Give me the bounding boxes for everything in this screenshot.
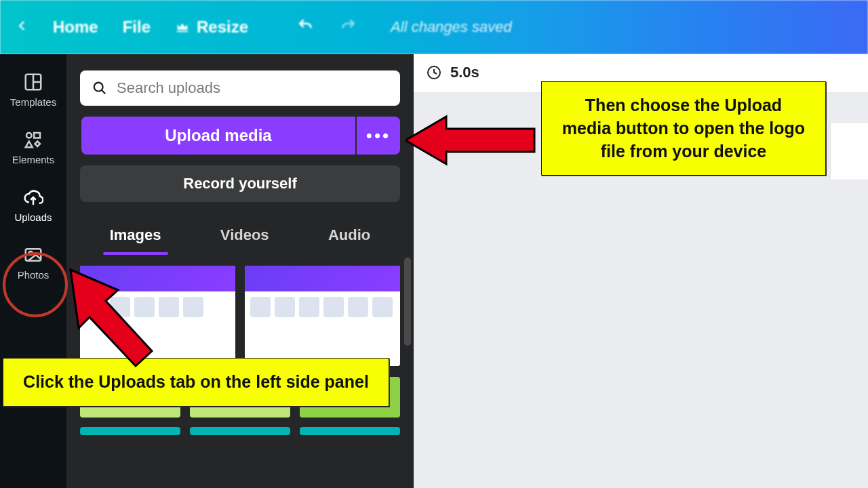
templates-icon bbox=[23, 72, 43, 92]
svg-point-8 bbox=[94, 83, 103, 92]
canvas-page-peek[interactable] bbox=[830, 122, 868, 180]
top-nav: Home File Resize bbox=[16, 18, 248, 37]
svg-point-3 bbox=[26, 133, 32, 138]
uploads-grid-row3 bbox=[80, 427, 400, 435]
tab-videos[interactable]: Videos bbox=[218, 220, 272, 251]
svg-rect-4 bbox=[34, 133, 40, 138]
sidebar-item-templates[interactable]: Templates bbox=[0, 61, 66, 119]
history-controls bbox=[297, 17, 357, 37]
elements-icon bbox=[23, 129, 43, 150]
sidebar-item-label: Photos bbox=[18, 269, 50, 281]
annotation-arrow-uploads-tab bbox=[64, 263, 159, 371]
media-tabs: Images Videos Audio bbox=[80, 220, 400, 251]
sidebar-item-label: Uploads bbox=[14, 211, 52, 223]
undo-icon[interactable] bbox=[297, 17, 315, 37]
upload-thumbnail[interactable] bbox=[80, 427, 180, 435]
sidebar-item-label: Elements bbox=[12, 154, 55, 165]
upload-media-more-button[interactable]: ••• bbox=[357, 117, 400, 155]
sidebar-item-elements[interactable]: Elements bbox=[0, 119, 66, 176]
upload-media-button[interactable]: Upload media bbox=[81, 117, 355, 155]
dots-icon: ••• bbox=[366, 125, 391, 146]
sidebar-item-label: Templates bbox=[10, 96, 56, 108]
tab-audio[interactable]: Audio bbox=[326, 220, 373, 251]
page-duration-value: 5.0s bbox=[450, 64, 479, 81]
sidebar-item-uploads[interactable]: Uploads bbox=[0, 176, 66, 234]
file-button[interactable]: File bbox=[123, 18, 151, 37]
tab-images[interactable]: Images bbox=[107, 220, 164, 251]
save-status: All changes saved bbox=[391, 18, 512, 36]
annotation-arrow-upload bbox=[406, 110, 541, 171]
search-input-wrap[interactable] bbox=[80, 70, 400, 106]
upload-thumbnail[interactable] bbox=[245, 266, 400, 366]
sidebar-item-photos[interactable]: Photos bbox=[0, 234, 66, 291]
uploads-icon bbox=[23, 187, 43, 207]
home-button[interactable]: Home bbox=[53, 18, 98, 37]
redo-icon[interactable] bbox=[339, 17, 357, 37]
annotation-callout-upload: Then choose the Upload media button to o… bbox=[541, 81, 826, 176]
svg-line-9 bbox=[102, 90, 106, 94]
clock-icon bbox=[426, 64, 442, 81]
upload-row: Upload media ••• bbox=[80, 117, 400, 155]
upload-thumbnail[interactable] bbox=[300, 427, 400, 435]
back-icon[interactable] bbox=[16, 20, 28, 35]
search-icon bbox=[92, 80, 107, 96]
svg-marker-5 bbox=[26, 142, 33, 148]
upload-thumbnail[interactable] bbox=[190, 427, 290, 435]
svg-point-7 bbox=[29, 251, 33, 255]
side-rail: Templates Elements Uploads Photos Styles bbox=[0, 54, 66, 488]
svg-marker-11 bbox=[406, 117, 534, 164]
svg-rect-6 bbox=[26, 249, 41, 261]
photos-icon bbox=[23, 245, 43, 265]
top-bar: Home File Resize All changes saved bbox=[0, 0, 868, 54]
search-input[interactable] bbox=[117, 79, 388, 97]
annotation-callout-uploads-tab: Click the Uploads tab on the left side p… bbox=[3, 358, 389, 407]
panel-scrollbar[interactable] bbox=[404, 258, 411, 346]
crown-icon bbox=[175, 20, 190, 35]
svg-marker-12 bbox=[71, 270, 152, 366]
resize-button[interactable]: Resize bbox=[175, 18, 248, 37]
record-yourself-button[interactable]: Record yourself bbox=[80, 165, 400, 202]
resize-label: Resize bbox=[197, 18, 248, 37]
